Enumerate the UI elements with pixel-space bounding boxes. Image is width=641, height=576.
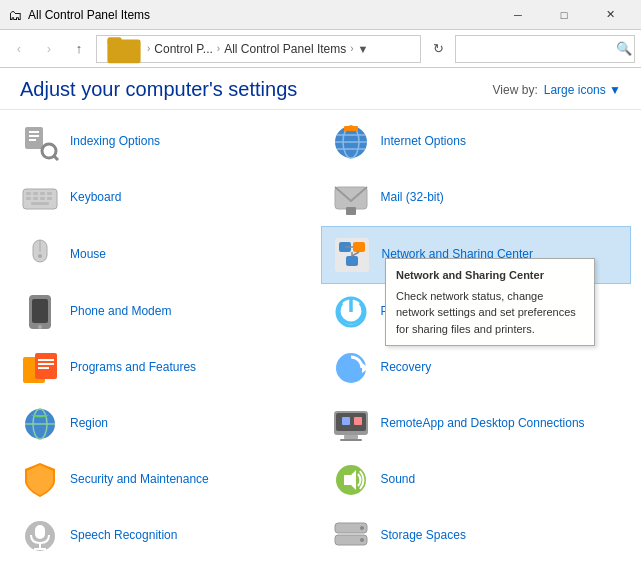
storage-spaces-icon [331, 516, 371, 556]
search-input[interactable] [462, 42, 612, 56]
phone-modem-label: Phone and Modem [70, 304, 171, 320]
grid-item-remoteapp[interactable]: RemoteApp and Desktop Connections [321, 396, 632, 452]
svg-rect-1 [107, 37, 121, 44]
tooltip-title: Network and Sharing Center [396, 267, 584, 284]
grid-item-phone-modem[interactable]: Phone and Modem [10, 284, 321, 340]
power-options-icon [331, 292, 371, 332]
grid-item-indexing-options[interactable]: Indexing Options [10, 114, 321, 170]
mouse-label: Mouse [70, 247, 106, 263]
grid-item-security-maintenance[interactable]: Security and Maintenance [10, 452, 321, 508]
svg-rect-33 [346, 256, 358, 266]
phone-modem-icon [20, 292, 60, 332]
svg-rect-32 [353, 242, 365, 252]
svg-rect-18 [40, 192, 45, 195]
svg-rect-5 [29, 139, 36, 141]
svg-point-29 [38, 254, 42, 258]
svg-point-39 [38, 325, 42, 329]
grid-item-recovery[interactable]: Recovery [321, 340, 632, 396]
svg-rect-4 [29, 135, 39, 137]
address-bar: ‹ › ↑ › Control P... › All Control Panel… [0, 30, 641, 68]
svg-point-67 [360, 538, 364, 542]
grid-item-storage-spaces[interactable]: Storage Spaces [321, 508, 632, 564]
breadcrumb-sep-3: › [350, 43, 353, 54]
svg-point-66 [360, 526, 364, 530]
indexing-options-label: Indexing Options [70, 134, 160, 150]
breadcrumb-control-panel[interactable]: Control P... [154, 42, 212, 56]
sound-label: Sound [381, 472, 416, 488]
svg-rect-44 [38, 359, 54, 361]
view-by-link[interactable]: Large icons ▼ [544, 83, 621, 97]
mail-32bit-icon [331, 178, 371, 218]
storage-spaces-label: Storage Spaces [381, 528, 466, 544]
network-sharing-icon [332, 235, 372, 275]
svg-line-7 [54, 156, 58, 160]
tooltip: Network and Sharing Center Check network… [385, 258, 595, 346]
up-button[interactable]: ↑ [66, 36, 92, 62]
mail-32bit-label: Mail (32-bit) [381, 190, 444, 206]
svg-point-6 [42, 144, 56, 158]
grid-item-internet-options[interactable]: Internet Options [321, 114, 632, 170]
region-icon [20, 404, 60, 444]
grid-item-programs-features[interactable]: Programs and Features [10, 340, 321, 396]
speech-recognition-label: Speech Recognition [70, 528, 177, 544]
security-maintenance-icon [20, 460, 60, 500]
sound-icon [331, 460, 371, 500]
svg-rect-57 [354, 417, 362, 425]
svg-rect-17 [33, 192, 38, 195]
svg-rect-3 [29, 131, 39, 133]
remoteapp-icon [331, 404, 371, 444]
svg-rect-61 [35, 525, 45, 539]
svg-rect-20 [26, 197, 31, 200]
grid-item-speech-recognition[interactable]: Speech Recognition [10, 508, 321, 564]
folder-icon [105, 30, 143, 68]
recovery-icon [331, 348, 371, 388]
items-container: Indexing OptionsInternet OptionsKeyboard… [0, 110, 641, 576]
search-box: 🔍 [455, 35, 635, 63]
internet-options-icon [331, 122, 371, 162]
back-button[interactable]: ‹ [6, 36, 32, 62]
view-by-label: View by: [493, 83, 538, 97]
breadcrumb-sep-1: › [147, 43, 150, 54]
tooltip-text: Check network status, change network set… [396, 288, 584, 338]
minimize-button[interactable]: ─ [495, 0, 541, 30]
svg-rect-26 [346, 207, 356, 215]
internet-options-label: Internet Options [381, 134, 466, 150]
security-maintenance-label: Security and Maintenance [70, 472, 209, 488]
remoteapp-label: RemoteApp and Desktop Connections [381, 416, 585, 432]
svg-rect-19 [47, 192, 52, 195]
panel-header: Adjust your computer's settings View by:… [0, 68, 641, 110]
keyboard-icon [20, 178, 60, 218]
grid-item-mail-32bit[interactable]: Mail (32-bit) [321, 170, 632, 226]
speech-recognition-icon [20, 516, 60, 556]
breadcrumb-all-items[interactable]: All Control Panel Items [224, 42, 346, 56]
close-button[interactable]: ✕ [587, 0, 633, 30]
breadcrumb-sep-2: › [217, 43, 220, 54]
maximize-button[interactable]: □ [541, 0, 587, 30]
programs-features-label: Programs and Features [70, 360, 196, 376]
svg-rect-38 [32, 299, 48, 323]
address-path: › Control P... › All Control Panel Items… [96, 35, 421, 63]
refresh-button[interactable]: ↻ [425, 36, 451, 62]
svg-rect-2 [25, 127, 43, 149]
grid-item-sync-center[interactable]: Sync Center [10, 564, 321, 576]
svg-rect-55 [340, 439, 362, 441]
search-button[interactable]: 🔍 [616, 41, 632, 56]
programs-features-icon [20, 348, 60, 388]
grid-item-region[interactable]: Region [10, 396, 321, 452]
app-icon: 🗂 [8, 7, 22, 23]
keyboard-label: Keyboard [70, 190, 121, 206]
svg-rect-54 [344, 435, 358, 439]
address-chevron[interactable]: ▼ [358, 43, 369, 55]
page-title: Adjust your computer's settings [20, 78, 297, 101]
mouse-icon [20, 235, 60, 275]
svg-rect-21 [33, 197, 38, 200]
grid-item-mouse[interactable]: Mouse [10, 226, 321, 284]
svg-rect-23 [47, 197, 52, 200]
forward-button[interactable]: › [36, 36, 62, 62]
region-label: Region [70, 416, 108, 432]
content-area: Adjust your computer's settings View by:… [0, 68, 641, 576]
indexing-options-icon [20, 122, 60, 162]
grid-item-sound[interactable]: Sound [321, 452, 632, 508]
grid-item-keyboard[interactable]: Keyboard [10, 170, 321, 226]
svg-rect-45 [38, 363, 54, 365]
